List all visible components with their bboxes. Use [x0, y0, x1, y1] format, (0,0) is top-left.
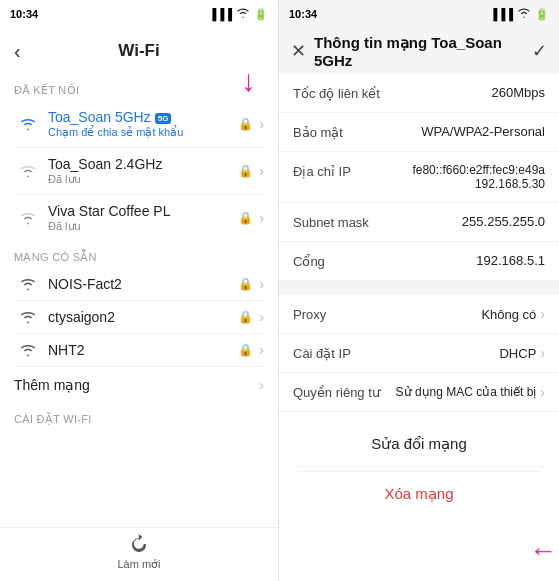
back-button[interactable]: ‹ — [14, 40, 21, 63]
network-info-header: ✕ Thông tin mạng Toa_Soan 5GHz ✓ — [279, 28, 559, 74]
ip-setting-chevron[interactable]: › — [540, 345, 545, 361]
bottom-bar: Làm mới — [0, 527, 278, 581]
wifi-item-connected-3[interactable]: Viva Star Coffee PL Đã lưu 🔒 › — [0, 195, 278, 241]
proxy-value: Không có › — [383, 306, 545, 322]
wifi-info-3: Viva Star Coffee PL Đã lưu — [42, 203, 238, 233]
wifi-status-icon — [236, 8, 250, 20]
security-label: Bảo mật — [293, 124, 383, 140]
wifi-name-3: Viva Star Coffee PL — [48, 203, 232, 219]
wifi-signal-icon-2 — [14, 163, 42, 179]
wifi-signal-icon-a1 — [14, 276, 42, 292]
refresh-icon[interactable]: Làm mới — [117, 534, 160, 571]
wifi-name-a2: ctysaigon2 — [48, 309, 232, 325]
lock-icon-1: 🔒 — [238, 117, 253, 131]
wifi-item-connected-2[interactable]: Toa_Soan 2.4GHz Đã lưu 🔒 › — [0, 148, 278, 194]
add-network-label: Thêm mạng — [14, 377, 259, 393]
battery-icon-right: 🔋 — [535, 8, 549, 21]
lock-icon-2: 🔒 — [238, 164, 253, 178]
wifi-subtitle-3: Đã lưu — [48, 220, 232, 233]
status-icons-left: ▐▐▐ 🔋 — [209, 8, 268, 21]
wifi-signal-icon-1 — [14, 116, 42, 132]
delete-network-button[interactable]: Xóa mạng — [293, 471, 545, 515]
wifi-info-a1: NOIS-Fact2 — [42, 276, 238, 292]
chevron-icon-2[interactable]: › — [259, 163, 264, 179]
wifi-icon-right — [517, 8, 531, 20]
wifi-subtitle-2: Đã lưu — [48, 173, 232, 186]
ip-value: fe80::f660:e2ff:fec9:e49a 192.168.5.30 — [383, 163, 545, 191]
refresh-label: Làm mới — [117, 558, 160, 571]
subnet-value: 255.255.255.0 — [383, 214, 545, 229]
gateway-label: Cổng — [293, 253, 383, 269]
network-info-panel: 10:34 ▐▐▐ 🔋 ✕ Thông tin mạng Toa_Soan 5G… — [279, 0, 559, 581]
wifi-signal-icon-a3 — [14, 342, 42, 358]
delete-arrow-indicator: ← — [529, 535, 557, 567]
chevron-icon-3[interactable]: › — [259, 210, 264, 226]
info-row-ip-setting[interactable]: Cài đặt IP DHCP › — [279, 334, 559, 373]
arrow-indicator: ↓ — [241, 64, 256, 98]
action-divider — [293, 466, 545, 467]
wifi-item-available-1[interactable]: NOIS-Fact2 🔒 › — [0, 268, 278, 300]
close-button[interactable]: ✕ — [291, 40, 306, 62]
add-network-row[interactable]: Thêm mạng › — [0, 367, 278, 403]
wifi-name-a3: NHT2 — [48, 342, 232, 358]
wifi-info-1: Toa_Soan 5GHz5G Chạm để chia sẻ mật khẩu — [42, 109, 238, 139]
info-row-speed: Tốc độ liên kết 260Mbps — [279, 74, 559, 113]
wifi-item-available-2[interactable]: ctysaigon2 🔒 › — [0, 301, 278, 333]
badge-5g: 5G — [155, 113, 172, 124]
edit-network-button[interactable]: Sửa đổi mạng — [293, 422, 545, 466]
check-button[interactable]: ✓ — [532, 40, 547, 62]
lock-icon-a1: 🔒 — [238, 277, 253, 291]
ip-setting-value: DHCP › — [383, 345, 545, 361]
chevron-icon-a1[interactable]: › — [259, 276, 264, 292]
chevron-icon-a3[interactable]: › — [259, 342, 264, 358]
battery-icon: 🔋 — [254, 8, 268, 21]
wifi-item-connected-1[interactable]: Toa_Soan 5GHz5G Chạm để chia sẻ mật khẩu… — [0, 101, 278, 147]
spacer — [279, 281, 559, 295]
wifi-info-a2: ctysaigon2 — [42, 309, 238, 325]
signal-icon-right: ▐▐▐ — [490, 8, 513, 20]
chevron-icon-a2[interactable]: › — [259, 309, 264, 325]
wifi-actions-3: 🔒 › — [238, 210, 264, 226]
section-available-label: MẠNG CÓ SẴN — [0, 241, 278, 268]
gateway-value: 192.168.5.1 — [383, 253, 545, 268]
info-row-ip: Địa chỉ IP fe80::f660:e2ff:fec9:e49a 192… — [279, 152, 559, 203]
privacy-label: Quyền riêng tư — [293, 384, 383, 400]
speed-label: Tốc độ liên kết — [293, 85, 383, 101]
wifi-list-panel: 10:34 ▐▐▐ 🔋 ‹ Wi-Fi ↓ ĐÃ — [0, 0, 279, 581]
ip-label: Địa chỉ IP — [293, 163, 383, 179]
lock-icon-a2: 🔒 — [238, 310, 253, 324]
status-time-right: 10:34 — [289, 8, 317, 20]
status-icons-right: ▐▐▐ 🔋 — [490, 8, 549, 21]
wifi-actions-2: 🔒 › — [238, 163, 264, 179]
section-connected-label: ĐÃ KẾT NỐI — [0, 74, 278, 101]
lock-icon-a3: 🔒 — [238, 343, 253, 357]
ip-setting-label: Cài đặt IP — [293, 345, 383, 361]
wifi-name-2: Toa_Soan 2.4GHz — [48, 156, 232, 172]
info-row-gateway: Cổng 192.168.5.1 — [279, 242, 559, 281]
wifi-actions-1: 🔒 › — [238, 116, 264, 132]
wifi-name-1: Toa_Soan 5GHz5G — [48, 109, 232, 125]
proxy-label: Proxy — [293, 306, 383, 322]
info-row-privacy[interactable]: Quyền riêng tư Sử dụng MAC của thiết bị … — [279, 373, 559, 412]
info-row-proxy[interactable]: Proxy Không có › — [279, 295, 559, 334]
lock-icon-3: 🔒 — [238, 211, 253, 225]
wifi-actions-a3: 🔒 › — [238, 342, 264, 358]
proxy-chevron[interactable]: › — [540, 306, 545, 322]
security-value: WPA/WPA2-Personal — [383, 124, 545, 139]
wifi-signal-icon-3 — [14, 210, 42, 226]
status-bar-right: 10:34 ▐▐▐ 🔋 — [279, 0, 559, 28]
network-info-card: Tốc độ liên kết 260Mbps Bảo mật WPA/WPA2… — [279, 74, 559, 581]
wifi-actions-a2: 🔒 › — [238, 309, 264, 325]
add-network-chevron[interactable]: › — [259, 377, 264, 393]
chevron-icon-1[interactable]: › — [259, 116, 264, 132]
privacy-chevron[interactable]: › — [540, 384, 545, 400]
action-buttons: Sửa đổi mạng Xóa mạng — [279, 412, 559, 521]
network-info-title: Thông tin mạng Toa_Soan 5GHz — [314, 34, 524, 69]
wifi-signal-icon-a2 — [14, 309, 42, 325]
speed-value: 260Mbps — [383, 85, 545, 100]
signal-icon: ▐▐▐ — [209, 8, 232, 20]
wifi-item-available-3[interactable]: NHT2 🔒 › — [0, 334, 278, 366]
wifi-header: ‹ Wi-Fi — [0, 28, 278, 74]
page-title: Wi-Fi — [118, 41, 159, 61]
privacy-value: Sử dụng MAC của thiết bị › — [383, 384, 545, 400]
